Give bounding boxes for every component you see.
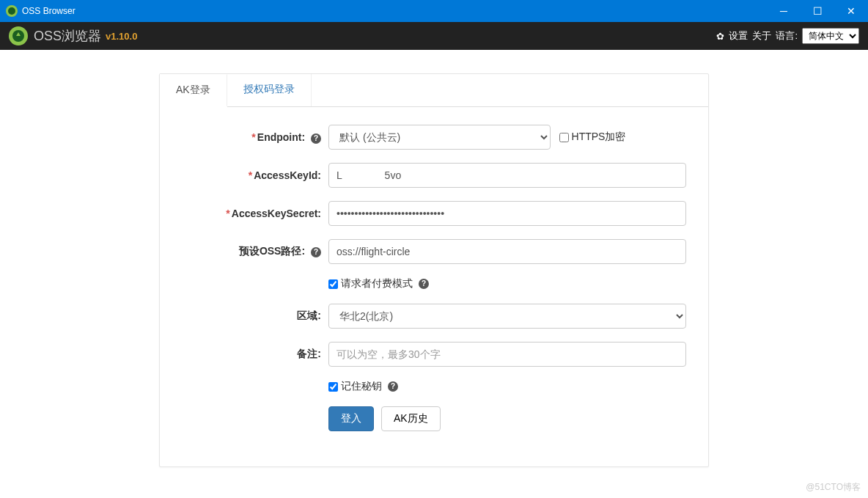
app-icon	[6, 5, 18, 17]
maximize-button[interactable]: ☐	[801, 0, 834, 22]
watermark: @51CTO博客	[806, 481, 861, 494]
remember-key-checkbox[interactable]	[328, 382, 338, 392]
aksecret-label: AccessKeySecret:	[232, 208, 321, 219]
help-icon[interactable]: ?	[311, 247, 321, 257]
endpoint-label: Endpoint:	[257, 131, 305, 143]
app-name: OSS浏览器	[34, 27, 101, 45]
app-header: OSS浏览器 v1.10.0 ✿ 设置 关于 语言: 简体中文	[0, 22, 868, 50]
logo-icon	[9, 26, 28, 45]
about-link[interactable]: 关于	[752, 29, 771, 43]
akid-label: AccessKeyId:	[254, 169, 321, 181]
preset-label: 预设OSS路径:	[239, 245, 305, 257]
region-select[interactable]: 华北2(北京)	[328, 304, 686, 329]
region-label: 区域:	[297, 310, 321, 321]
window-title: OSS Browser	[22, 6, 76, 16]
https-checkbox[interactable]	[559, 133, 569, 142]
lang-label: 语言:	[776, 29, 798, 43]
settings-link[interactable]: 设置	[729, 29, 748, 43]
minimize-button[interactable]: ─	[767, 0, 801, 22]
language-select[interactable]: 简体中文	[802, 28, 859, 44]
ak-history-button[interactable]: AK历史	[381, 406, 441, 431]
window-titlebar: OSS Browser ─ ☐ ✕	[0, 0, 868, 22]
app-version: v1.10.0	[106, 31, 137, 42]
preset-oss-path-input[interactable]	[328, 239, 686, 264]
requester-pay-label[interactable]: 请求者付费模式 ?	[328, 277, 429, 290]
access-key-secret-input[interactable]	[328, 201, 686, 226]
remark-input[interactable]	[328, 342, 686, 367]
login-button[interactable]: 登入	[328, 406, 374, 431]
help-icon[interactable]: ?	[311, 133, 321, 144]
close-button[interactable]: ✕	[834, 0, 868, 22]
help-icon[interactable]: ?	[419, 279, 429, 289]
gear-icon: ✿	[716, 31, 724, 42]
access-key-id-input[interactable]	[328, 163, 686, 188]
remark-label: 备注:	[297, 348, 321, 359]
https-checkbox-label[interactable]: HTTPS加密	[559, 131, 626, 144]
requester-pay-checkbox[interactable]	[328, 279, 338, 289]
endpoint-select[interactable]: 默认 (公共云)	[328, 125, 551, 150]
remember-key-label[interactable]: 记住秘钥 ?	[328, 380, 398, 393]
tab-auth-code-login[interactable]: 授权码登录	[227, 74, 312, 106]
help-icon[interactable]: ?	[388, 381, 398, 392]
login-panel: AK登录 授权码登录 *Endpoint: ? 默认 (公共云) HTTPS加密…	[159, 73, 709, 467]
tab-ak-login[interactable]: AK登录	[160, 74, 227, 107]
